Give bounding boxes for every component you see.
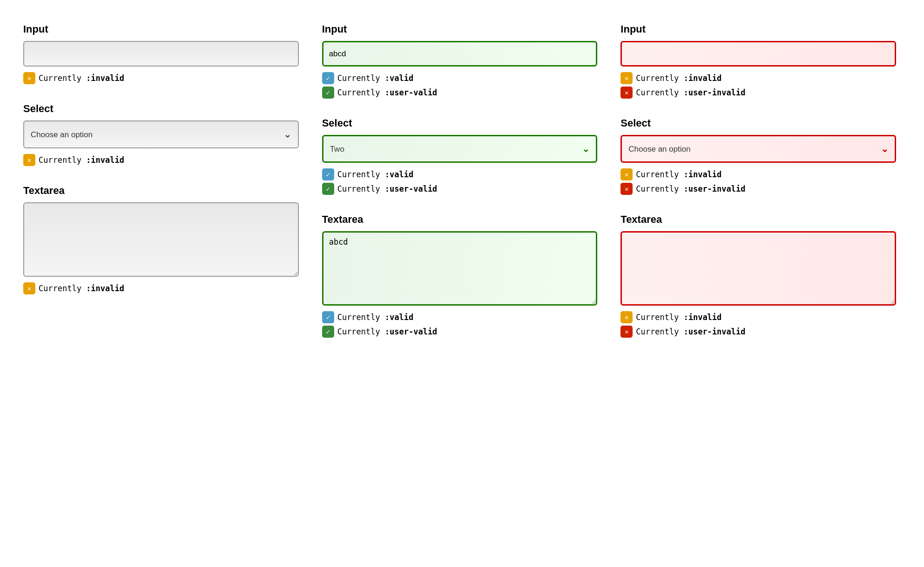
green-check-icon [322,87,334,99]
textarea-default-status-list: Currently :invalid [23,282,299,294]
green-check-icon [322,183,334,195]
status-text: Currently :valid [337,170,414,179]
column-default: Input Currently :invalid Select Choose a… [14,14,313,352]
status-text: Currently :user-invalid [636,327,745,336]
textarea-invalid-wrapper [620,231,896,306]
status-text: Currently :invalid [39,73,124,83]
status-item: Currently :user-invalid [620,87,896,99]
textarea-default-field[interactable] [23,202,299,277]
input-invalid-label: Input [620,23,896,35]
status-text: Currently :invalid [636,170,721,179]
section-select-valid: Select Choose an option One Two Three ⌄ … [322,117,598,195]
input-valid-field[interactable] [322,41,598,67]
textarea-valid-field[interactable]: abcd [322,231,598,306]
orange-x-icon [620,168,633,180]
status-text: Currently :user-valid [337,88,437,97]
status-text: Currently :valid [337,313,414,322]
blue-check-icon [322,168,334,180]
status-item: Currently :invalid [23,282,299,294]
input-default-label: Input [23,23,299,35]
blue-check-icon [322,72,334,84]
status-item: Currently :valid [322,168,598,180]
status-item: Currently :invalid [620,72,896,84]
select-default-label: Select [23,103,299,115]
section-textarea-default: Textarea Currently :invalid [23,185,299,294]
textarea-invalid-field[interactable] [620,231,896,306]
status-text: Currently :invalid [636,73,721,83]
red-x-icon [620,87,633,99]
input-default-field[interactable] [23,41,299,67]
select-valid-label: Select [322,117,598,129]
status-text: Currently :user-valid [337,327,437,336]
section-select-invalid: Select Choose an option One Two Three ⌄ … [620,117,896,195]
status-text: Currently :invalid [39,284,124,293]
select-default-field[interactable]: Choose an option One Two Three [23,120,299,148]
status-item: Currently :valid [322,72,598,84]
input-valid-status-list: Currently :valid Currently :user-valid [322,72,598,99]
textarea-default-label: Textarea [23,185,299,197]
status-text: Currently :user-invalid [636,184,745,193]
status-text: Currently :valid [337,73,414,83]
status-item: Currently :invalid [620,311,896,323]
input-invalid-status-list: Currently :invalid Currently :user-inval… [620,72,896,99]
select-invalid-status-list: Currently :invalid Currently :user-inval… [620,168,896,195]
blue-check-icon [322,311,334,323]
section-input-invalid: Input Currently :invalid Currently :user… [620,23,896,99]
status-text: Currently :user-valid [337,184,437,193]
select-invalid-field[interactable]: Choose an option One Two Three [620,135,896,163]
main-grid: Input Currently :invalid Select Choose a… [14,14,910,352]
status-item: Currently :user-invalid [620,183,896,195]
section-select-default: Select Choose an option One Two Three ⌄ … [23,103,299,166]
section-textarea-valid: Textarea abcd Currently :valid Currently… [322,213,598,338]
textarea-valid-label: Textarea [322,213,598,226]
section-input-valid: Input Currently :valid Currently :user-v… [322,23,598,99]
status-text: Currently :user-invalid [636,88,745,97]
textarea-invalid-label: Textarea [620,213,896,226]
textarea-invalid-status-list: Currently :invalid Currently :user-inval… [620,311,896,338]
status-item: Currently :user-valid [322,326,598,338]
status-text: Currently :invalid [636,313,721,322]
orange-x-icon [620,311,633,323]
status-item: Currently :invalid [23,72,299,84]
status-text: Currently :invalid [39,155,124,165]
section-textarea-invalid: Textarea Currently :invalid Currently :u… [620,213,896,338]
status-item: Currently :valid [322,311,598,323]
select-default-wrapper: Choose an option One Two Three ⌄ [23,120,299,148]
input-valid-label: Input [322,23,598,35]
textarea-default-wrapper [23,202,299,277]
status-item: Currently :invalid [620,168,896,180]
red-x-icon [620,183,633,195]
select-valid-status-list: Currently :valid Currently :user-valid [322,168,598,195]
column-valid: Input Currently :valid Currently :user-v… [313,14,612,352]
orange-x-icon [23,154,35,166]
textarea-valid-wrapper: abcd [322,231,598,306]
status-item: Currently :user-valid [322,183,598,195]
select-invalid-wrapper: Choose an option One Two Three ⌄ [620,135,896,163]
select-default-status-list: Currently :invalid [23,154,299,166]
textarea-valid-status-list: Currently :valid Currently :user-valid [322,311,598,338]
orange-x-icon [620,72,633,84]
status-item: Currently :user-valid [322,87,598,99]
select-valid-wrapper: Choose an option One Two Three ⌄ [322,135,598,163]
column-invalid: Input Currently :invalid Currently :user… [611,14,910,352]
select-invalid-label: Select [620,117,896,129]
status-item: Currently :user-invalid [620,326,896,338]
orange-x-icon [23,72,35,84]
status-item: Currently :invalid [23,154,299,166]
section-input-default: Input Currently :invalid [23,23,299,84]
input-default-status-list: Currently :invalid [23,72,299,84]
orange-x-icon [23,282,35,294]
green-check-icon [322,326,334,338]
input-invalid-field[interactable] [620,41,896,67]
select-valid-field[interactable]: Choose an option One Two Three [322,135,598,163]
red-x-icon [620,326,633,338]
